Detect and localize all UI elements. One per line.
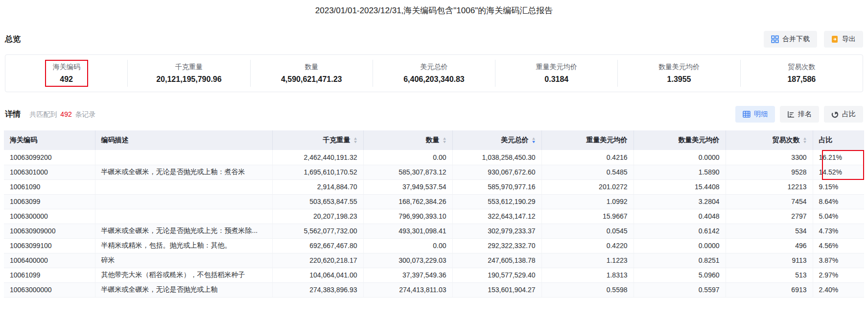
table-cell: 37,397,549.36	[363, 268, 452, 282]
report-page: 2023/01/01-2023/12/31,海关编码包含"1006"的海关编码汇…	[0, 0, 868, 327]
table-cell: 3.87%	[813, 253, 864, 268]
column-header-label: 数量美元均价	[679, 136, 720, 145]
table-cell: 1.1223	[541, 253, 633, 268]
table-cell: 692,667,467.80	[272, 238, 363, 253]
table-cell: 513	[726, 268, 813, 282]
view-ranking-label: 排名	[798, 110, 812, 119]
sort-carets-icon[interactable]: ▲▼	[803, 137, 807, 144]
column-header[interactable]: 美元总价▲▼	[452, 130, 541, 150]
table-row[interactable]: 1006400000碎米220,620,218.17300,073,229.03…	[4, 253, 864, 268]
table-cell: 274,383,896.93	[272, 282, 363, 297]
table-cell: 2,914,884.70	[272, 179, 363, 194]
table-cell: 0.0000	[633, 150, 726, 165]
table-row[interactable]: 100630000020,207,198.23796,990,393.10322…	[4, 209, 864, 224]
table-header-row: 海关编码编码描述千克重量▲▼数量▲▼美元总价▲▼重量美元均价数量美元均价贸易次数…	[4, 130, 864, 150]
table-cell: 496	[726, 238, 813, 253]
table-cell: 585,307,873.12	[363, 165, 452, 179]
table-cell: 0.00	[363, 238, 452, 253]
column-header: 编码描述	[95, 130, 272, 150]
sort-carets-icon[interactable]: ▲▼	[353, 137, 357, 144]
metric-value: 0.3184	[536, 75, 577, 84]
overview-metric: 美元总价 6,406,203,340.83	[373, 60, 495, 87]
table-cell	[95, 179, 272, 194]
table-cell: 10063099100	[4, 238, 95, 253]
table-cell: 10061090	[4, 179, 95, 194]
overview-heading: 总览	[5, 34, 21, 45]
table-cell	[95, 150, 272, 165]
table-cell: 534	[726, 224, 813, 238]
table-cell: 0.0000	[633, 238, 726, 253]
table-cell	[95, 209, 272, 224]
sort-carets-icon[interactable]: ▲▼	[443, 137, 446, 144]
table-cell: 12213	[726, 179, 813, 194]
view-share-label: 占比	[842, 110, 856, 119]
sort-carets-icon[interactable]: ▲▼	[532, 137, 536, 144]
overview-metric-inner: 重量美元均价 0.3184	[528, 60, 585, 87]
table-row[interactable]: 10061099其他带壳大米（稻谷或糙米），不包括稻米种子104,064,041…	[4, 268, 864, 282]
table-row[interactable]: 10063000000半碾米或全碾米，无论是否抛光或上釉274,383,896.…	[4, 282, 864, 297]
export-button[interactable]: 导出	[824, 31, 863, 48]
table-cell: 15.9667	[541, 209, 633, 224]
table-cell: 585,970,977.16	[452, 179, 541, 194]
metric-label: 海关编码	[53, 63, 80, 72]
table-row[interactable]: 10063099503,653,847.55168,762,384.26553,…	[4, 194, 864, 209]
metric-label: 重量美元均价	[536, 63, 577, 72]
table-cell: 15.4408	[633, 179, 726, 194]
column-header-label: 千克重量	[323, 136, 351, 145]
table-cell: 2.40%	[813, 282, 864, 297]
column-header[interactable]: 贸易次数▲▼	[726, 130, 813, 150]
overview-metric: 海关编码 492	[5, 60, 127, 87]
table-cell: 1.5890	[633, 165, 726, 179]
table-cell: 8.64%	[813, 194, 864, 209]
table-cell: 503,653,847.55	[272, 194, 363, 209]
table-cell: 0.4220	[541, 238, 633, 253]
table-cell: 1,038,258,450.30	[452, 150, 541, 165]
export-file-icon	[831, 35, 839, 43]
details-table: 海关编码编码描述千克重量▲▼数量▲▼美元总价▲▼重量美元均价数量美元均价贸易次数…	[4, 130, 864, 298]
metric-value: 187,586	[787, 75, 816, 84]
view-share-button[interactable]: 占比	[824, 106, 863, 123]
table-cell: 300,073,229.03	[363, 253, 452, 268]
metric-value: 4,590,621,471.23	[281, 75, 342, 84]
column-header: 重量美元均价	[541, 130, 633, 150]
table-cell: 10061099	[4, 268, 95, 282]
table-row[interactable]: 100630909000半碾米或全碾米，无论是否抛光或上光：预煮米除...5,5…	[4, 224, 864, 238]
table-cell: 0.00	[363, 150, 452, 165]
overview-metric: 重量美元均价 0.3184	[495, 60, 617, 87]
table-cell: 0.4048	[633, 209, 726, 224]
table-cell: 9.15%	[813, 179, 864, 194]
table-row[interactable]: 1006301000半碾米或全碾米，无论是否抛光或上釉：煮谷米1,695,610…	[4, 165, 864, 179]
merge-download-button[interactable]: 合并下载	[764, 31, 817, 48]
table-cell: 0.4216	[541, 150, 633, 165]
details-section-bar: 详情 共匹配到 492 条记录 明细	[0, 106, 868, 123]
view-detail-button[interactable]: 明细	[735, 106, 775, 123]
column-header[interactable]: 千克重量▲▼	[272, 130, 363, 150]
column-header-label: 重量美元均价	[586, 136, 628, 145]
table-row[interactable]: 100610902,914,884.7037,949,537.54585,970…	[4, 179, 864, 194]
table-cell: 14.52%	[813, 165, 864, 179]
details-table-wrap: 海关编码编码描述千克重量▲▼数量▲▼美元总价▲▼重量美元均价数量美元均价贸易次数…	[4, 130, 864, 298]
table-cell	[95, 194, 272, 209]
table-cell: 1006300000	[4, 209, 95, 224]
metric-value: 1.3955	[658, 75, 700, 84]
pie-chart-icon	[831, 111, 839, 118]
table-cell: 其他带壳大米（稻谷或糙米），不包括稻米种子	[95, 268, 272, 282]
metric-value: 6,406,203,340.83	[403, 75, 465, 84]
metric-value: 20,121,195,790.96	[156, 75, 221, 84]
table-cell: 0.5485	[541, 165, 633, 179]
column-header[interactable]: 数量▲▼	[363, 130, 452, 150]
table-cell: 6913	[726, 282, 813, 297]
match-suffix: 条记录	[75, 110, 96, 118]
view-ranking-button[interactable]: 排名	[780, 106, 819, 123]
table-cell: 322,643,147.12	[452, 209, 541, 224]
table-cell: 1.0992	[541, 194, 633, 209]
table-cell: 16.21%	[813, 150, 864, 165]
table-row[interactable]: 10063099100半精米或精米，包括。抛光或上釉：其他。692,667,46…	[4, 238, 864, 253]
table-cell: 半精米或精米，包括。抛光或上釉：其他。	[95, 238, 272, 253]
table-cell: 2.97%	[813, 268, 864, 282]
overview-metric-inner: 美元总价 6,406,203,340.83	[396, 60, 472, 87]
overview-section-bar: 总览 合并下载	[0, 31, 868, 48]
table-row[interactable]: 100630992002,462,440,191.320.001,038,258…	[4, 150, 864, 165]
table-cell: 274,413,811.03	[363, 282, 452, 297]
match-count: 492	[59, 110, 73, 118]
